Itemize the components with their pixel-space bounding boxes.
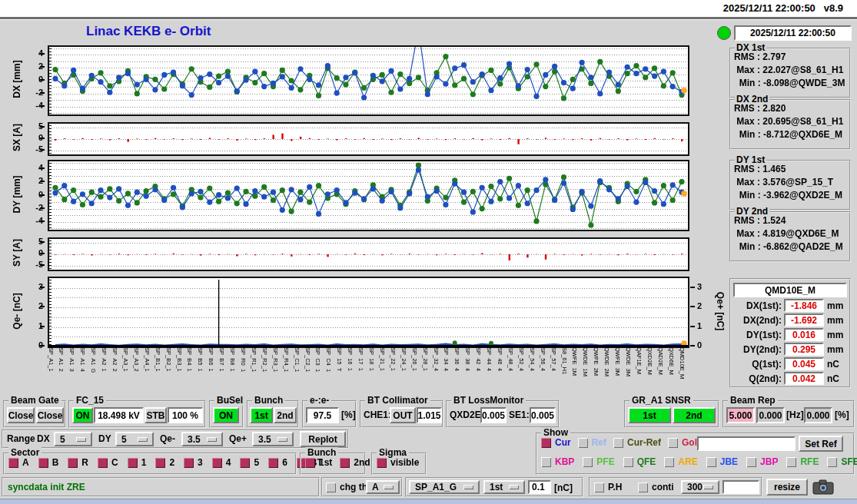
range-qep-select[interactable]: 3.5	[252, 432, 294, 446]
monitor-select-frame: SP_A1_G 1st [nC]	[405, 477, 583, 497]
sector-checkbox-4[interactable]: 4	[212, 457, 231, 468]
option-menu-indicator-icon	[138, 437, 148, 442]
x-axis-label: QWFE_1M	[572, 347, 578, 393]
plot-sx[interactable]	[48, 122, 689, 156]
gr-a1-snsr-group: GR_A1 SNSR 1st 2nd	[624, 400, 719, 428]
y-tick-mark	[40, 264, 45, 266]
bt-lossmonitor-title: BT LossMonitor	[451, 395, 526, 406]
checkbox-icon	[541, 438, 551, 448]
stats-min: Min : -3.962@QXD2E_M	[734, 190, 849, 201]
bunch-1st-button[interactable]: 1st	[250, 407, 273, 423]
show-checkbox-cur[interactable]: Cur	[541, 437, 571, 448]
extra-input[interactable]	[722, 480, 759, 494]
ee-ratio-unit: [%]	[341, 410, 356, 420]
bunch-checkbox-2nd[interactable]: 2nd	[340, 457, 370, 468]
gr-a1-2nd-button[interactable]: 2nd	[673, 407, 716, 423]
monitor-row-label: Q(2nd):	[731, 373, 782, 384]
sector-checkbox-c[interactable]: C	[98, 457, 118, 468]
option-menu-indicator-icon	[76, 437, 86, 442]
beam-gate-close-button-2[interactable]: Close	[36, 407, 64, 423]
snapshot-camera-button[interactable]	[812, 478, 835, 496]
plot-dx[interactable]	[48, 45, 689, 116]
stats-group-title: DY 2nd	[735, 206, 769, 217]
plot-dy[interactable]	[48, 160, 689, 231]
monitor-rows: DX(1st):-1.846mmDX(2nd):-1.692mmDY(1st):…	[731, 299, 849, 385]
x-axis-label: QWDE_2M	[604, 347, 610, 393]
camera-icon	[812, 478, 835, 496]
checkbox-label: RFE	[800, 456, 819, 467]
sigma-checkbox-visible[interactable]: visible	[377, 457, 419, 468]
checkbox-label: visible	[390, 457, 419, 468]
show-checkbox-are[interactable]: ARE	[664, 456, 697, 467]
monitor-select[interactable]: SP_A1_G	[409, 480, 480, 494]
show-checkbox-jbp[interactable]: JBP	[746, 456, 778, 467]
show-checkbox-jbe[interactable]: JBE	[706, 456, 738, 467]
plot-sy[interactable]	[48, 237, 689, 271]
chg-th-select[interactable]: A	[366, 480, 400, 494]
points-select[interactable]: 300	[681, 480, 719, 494]
threshold-input[interactable]	[528, 480, 551, 494]
resize-button[interactable]: resize	[766, 479, 808, 496]
checkbox-label: A	[22, 457, 29, 468]
sector-group: Sector ABRC123456BT	[3, 453, 297, 475]
y-tick-label: 2	[697, 301, 716, 310]
x-axis-label: QMD10E_M	[679, 347, 685, 393]
sector-checkbox-5[interactable]: 5	[240, 457, 259, 468]
ph-checkbox[interactable]: P.H	[594, 482, 622, 492]
ref-file-input[interactable]	[697, 436, 796, 451]
sector-checkbox-r[interactable]: R	[68, 457, 88, 468]
fc15-on-button[interactable]: ON	[72, 407, 93, 423]
checkbox-label: Ref	[592, 437, 606, 448]
show-checkbox-cur-ref[interactable]: Cur-Ref	[613, 437, 661, 448]
monitor-row-unit: mm	[827, 315, 843, 326]
beam-gate-group: Beam Gate Close Close	[3, 400, 66, 428]
sector-checkbox-6[interactable]: 6	[268, 457, 287, 468]
checkbox-icon	[668, 438, 678, 448]
stats-rms: RMS : 2.797	[734, 51, 849, 62]
bunch-select[interactable]: 1st	[483, 480, 525, 494]
sector-checkbox-2[interactable]: 2	[155, 457, 174, 468]
checkbox-icon	[706, 457, 716, 467]
show-checkbox-kbp[interactable]: KBP	[541, 456, 574, 467]
plot-qe[interactable]	[48, 277, 689, 348]
range-qem-label: Qe-	[160, 433, 175, 444]
checkbox-icon	[786, 457, 796, 467]
stats-max: Max : 20.695@S8_61_H1	[734, 116, 849, 127]
x-axis-label: SP_B3_1	[176, 347, 182, 393]
range-qem-select[interactable]: 3.5	[181, 432, 223, 446]
y-tick-mark	[40, 167, 45, 169]
range-dx-select[interactable]: 5	[54, 432, 92, 446]
set-ref-button[interactable]: Set Ref	[799, 436, 843, 452]
sector-checkbox-1[interactable]: 1	[128, 457, 147, 468]
conti-checkbox[interactable]: conti	[638, 482, 674, 492]
show-checkbox-qfe[interactable]: QFE	[623, 456, 656, 467]
y-tick-label: -4	[25, 216, 43, 225]
checkbox-label: JBP	[760, 456, 778, 467]
sector-checkbox-b[interactable]: B	[38, 457, 59, 468]
show-checkbox-pfe[interactable]: PFE	[583, 456, 614, 467]
y-tick-label: 2	[25, 176, 43, 185]
y-tick-label: -2	[25, 88, 43, 97]
show-checkbox-ref[interactable]: Ref	[578, 437, 606, 448]
bunch-checkbox-1st[interactable]: 1st	[305, 457, 332, 468]
busel-on-button[interactable]: ON	[213, 407, 239, 423]
y-tick-mark	[40, 53, 45, 55]
replot-button[interactable]: Replot	[300, 431, 346, 447]
show-checkbox-sfe[interactable]: SFE	[827, 456, 857, 467]
sector-checkbox-3[interactable]: 3	[184, 457, 203, 468]
status-time-box: 2025/12/11 22:00:50	[734, 25, 852, 41]
stats-max: Max : 3.576@SP_15_T	[734, 177, 849, 187]
show-checkbox-rfe[interactable]: RFE	[786, 456, 819, 467]
range-dy-select[interactable]: 5	[115, 432, 154, 446]
che1-state-button[interactable]: OUT	[390, 407, 416, 423]
checkbox-icon	[340, 458, 350, 468]
gr-a1-1st-button[interactable]: 1st	[628, 407, 671, 423]
beam-gate-close-button-1[interactable]: Close	[7, 407, 35, 423]
stats-rms: RMS : 1.524	[734, 215, 849, 226]
chg-th-checkbox[interactable]: chg th	[326, 482, 367, 492]
sector-checkbox-a[interactable]: A	[8, 457, 29, 468]
monitor-row-unit: nC	[827, 373, 839, 384]
bunch-2nd-button[interactable]: 2nd	[274, 407, 297, 423]
fc15-stb-button[interactable]: STB	[144, 407, 167, 423]
y-tick-mark	[40, 149, 45, 151]
